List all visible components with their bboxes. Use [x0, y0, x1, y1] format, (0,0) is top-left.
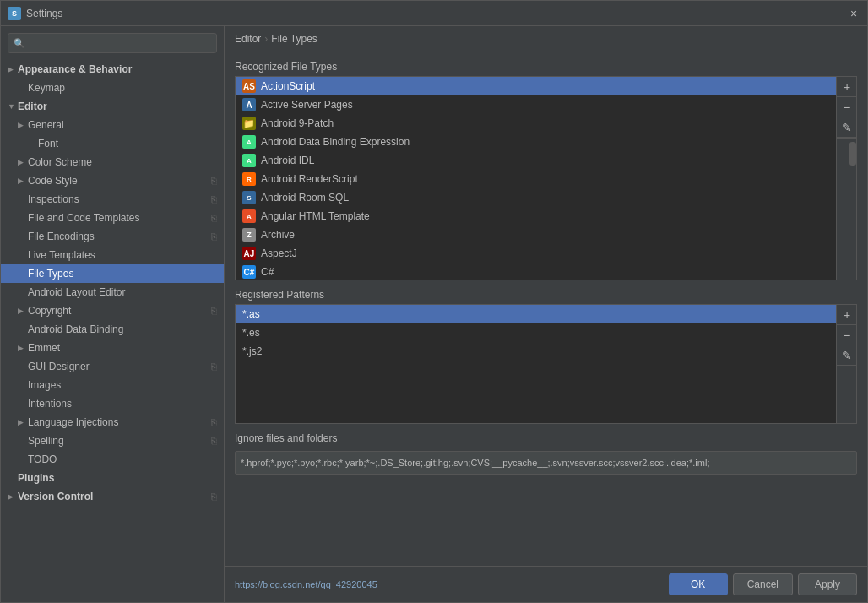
pattern-label: *.as [242, 308, 260, 320]
close-button[interactable]: × [847, 7, 860, 20]
sidebar-item-label: Emmet [28, 342, 60, 354]
expand-arrow: ▼ [8, 102, 16, 111]
file-type-label: Angular HTML Template [261, 210, 370, 222]
sidebar-item-color-scheme[interactable]: ▶ Color Scheme [1, 153, 224, 171]
window-title: Settings [26, 8, 62, 19]
pattern-item[interactable]: *.js2 [236, 342, 836, 361]
sidebar-item-intentions[interactable]: Intentions [1, 394, 224, 413]
pattern-item[interactable]: *.as [236, 305, 836, 323]
copy-icon: ⎘ [211, 306, 217, 316]
file-type-item[interactable]: A Android Data Binding Expression [236, 133, 836, 151]
sidebar-item-code-style[interactable]: ▶ Code Style ⎘ [1, 171, 224, 190]
sidebar-item-label: Appearance & Behavior [18, 63, 132, 75]
sidebar-item-label: Color Scheme [28, 156, 92, 168]
file-type-icon: Z [242, 228, 256, 242]
ok-button[interactable]: OK [669, 573, 728, 595]
sidebar-item-general[interactable]: ▶ General [1, 116, 224, 134]
sidebar-item-inspections[interactable]: Inspections ⎘ [1, 190, 224, 209]
sidebar-item-label: Font [38, 138, 58, 149]
copy-icon: ⎘ [211, 231, 217, 242]
dialog-footer: https://blog.csdn.net/qq_42920045 OK Can… [225, 566, 867, 602]
copy-icon: ⎘ [211, 417, 217, 427]
sidebar-item-language-injections[interactable]: ▶ Language Injections ⎘ [1, 413, 224, 432]
ignore-input[interactable] [235, 451, 857, 475]
edit-pattern-button[interactable]: ✎ [837, 345, 857, 366]
title-bar: S Settings × [1, 1, 867, 26]
file-type-label: AspectJ [261, 247, 297, 259]
file-type-item[interactable]: Z Archive [236, 225, 836, 244]
file-type-item[interactable]: R Android RenderScript [236, 170, 836, 188]
expand-arrow: ▶ [18, 177, 26, 185]
file-type-item[interactable]: C# C# [236, 263, 836, 280]
sidebar-item-label: Intentions [28, 398, 72, 410]
file-type-item[interactable]: A Active Server Pages [236, 95, 836, 114]
expand-arrow: ▶ [18, 158, 26, 166]
expand-arrow: ▶ [8, 492, 16, 501]
file-type-icon: AJ [242, 247, 256, 260]
cancel-button[interactable]: Cancel [733, 573, 793, 595]
file-type-label: C# [261, 266, 274, 278]
file-type-label: ActionScript [261, 80, 315, 92]
recognized-file-types-section: Recognized File Types AS ActionScript A [235, 61, 857, 280]
title-bar-left: S Settings [8, 7, 62, 20]
file-type-label: Archive [261, 229, 295, 241]
add-pattern-button[interactable]: + [837, 305, 857, 325]
pattern-label: *.js2 [242, 345, 262, 357]
sidebar-item-file-types[interactable]: File Types [1, 264, 224, 283]
sidebar-item-live-templates[interactable]: Live Templates [1, 246, 224, 264]
breadcrumb-part2: File Types [271, 33, 317, 45]
expand-arrow: ▶ [8, 65, 16, 73]
sidebar-item-android-data-binding[interactable]: Android Data Binding [1, 320, 224, 339]
pattern-item[interactable]: *.es [236, 323, 836, 342]
search-input[interactable] [29, 37, 211, 49]
breadcrumb-part1: Editor [235, 33, 261, 45]
add-file-type-button[interactable]: + [837, 77, 857, 97]
sidebar-item-images[interactable]: Images [1, 376, 224, 394]
file-type-label: Active Server Pages [261, 99, 353, 111]
file-type-item[interactable]: 📁 Android 9-Patch [236, 114, 836, 133]
sidebar-item-file-encodings[interactable]: File Encodings ⎘ [1, 227, 224, 246]
sidebar-item-copyright[interactable]: ▶ Copyright ⎘ [1, 302, 224, 320]
recognized-list-container: AS ActionScript A Active Server Pages 📁 [235, 76, 857, 280]
file-type-label: Android IDL [261, 155, 314, 166]
file-type-item[interactable]: AS ActionScript [236, 77, 836, 95]
sidebar-item-emmet[interactable]: ▶ Emmet [1, 339, 224, 357]
sidebar: 🔍 ▶ Appearance & Behavior Keymap ▼ Edito… [1, 26, 225, 602]
sidebar-item-label: Inspections [28, 193, 79, 205]
sidebar-item-spelling[interactable]: Spelling ⎘ [1, 432, 224, 450]
file-type-item[interactable]: AJ AspectJ [236, 244, 836, 263]
recognized-label: Recognized File Types [235, 61, 857, 73]
remove-file-type-button[interactable]: − [837, 97, 857, 117]
sidebar-item-label: Version Control [18, 491, 93, 502]
expand-arrow: ▶ [18, 418, 26, 426]
expand-arrow: ▶ [18, 121, 26, 129]
remove-pattern-button[interactable]: − [837, 325, 857, 345]
edit-file-type-button[interactable]: ✎ [837, 117, 857, 138]
sidebar-item-todo[interactable]: TODO [1, 450, 224, 469]
sidebar-item-label: General [28, 119, 64, 131]
recognized-list: AS ActionScript A Active Server Pages 📁 [236, 77, 836, 280]
search-box[interactable]: 🔍 [8, 33, 217, 53]
copy-icon: ⎘ [211, 213, 217, 223]
main-content: 🔍 ▶ Appearance & Behavior Keymap ▼ Edito… [1, 26, 867, 602]
ignore-label: Ignore files and folders [235, 432, 857, 444]
sidebar-item-font[interactable]: Font [1, 134, 224, 153]
apply-button[interactable]: Apply [798, 573, 857, 595]
file-type-item[interactable]: S Android Room SQL [236, 188, 836, 207]
help-link[interactable]: https://blog.csdn.net/qq_42920045 [235, 579, 377, 589]
expand-arrow: ▶ [18, 344, 26, 352]
sidebar-item-version-control[interactable]: ▶ Version Control ⎘ [1, 487, 224, 506]
sidebar-item-appearance[interactable]: ▶ Appearance & Behavior [1, 60, 224, 79]
sidebar-item-editor[interactable]: ▼ Editor [1, 97, 224, 116]
file-type-icon: R [242, 172, 256, 186]
registered-patterns-section: Registered Patterns *.as *.es [235, 289, 857, 424]
sidebar-item-file-code-templates[interactable]: File and Code Templates ⎘ [1, 209, 224, 227]
sidebar-item-plugins[interactable]: Plugins [1, 469, 224, 487]
sidebar-item-label: Android Layout Editor [28, 286, 125, 298]
sidebar-item-android-layout-editor[interactable]: Android Layout Editor [1, 283, 224, 302]
sidebar-item-keymap[interactable]: Keymap [1, 79, 224, 97]
file-type-icon: A [242, 98, 256, 111]
sidebar-item-gui-designer[interactable]: GUI Designer ⎘ [1, 357, 224, 376]
file-type-item[interactable]: A Angular HTML Template [236, 207, 836, 225]
file-type-item[interactable]: A Android IDL [236, 151, 836, 170]
